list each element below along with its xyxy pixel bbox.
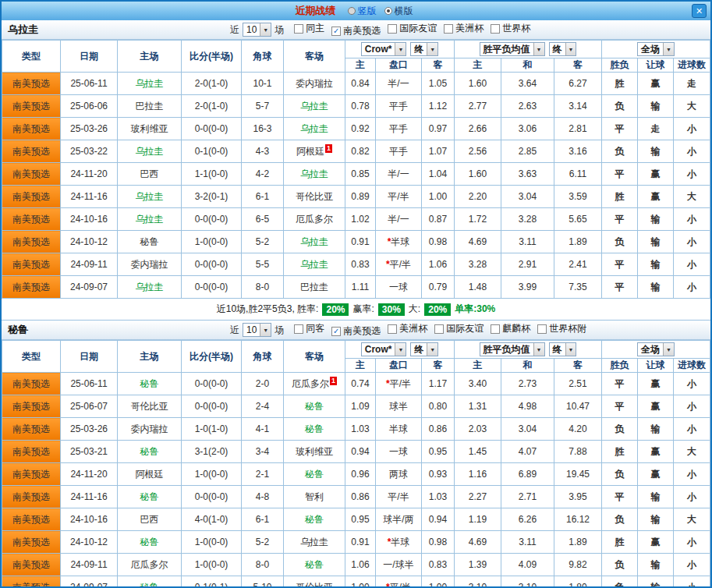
cell-handicap-result: 输 <box>638 554 674 576</box>
team-name: 乌拉圭 <box>8 23 38 37</box>
match-row: 南美预选24-10-12秘鲁1-0(0-0)5-2乌拉圭0.91*半球0.984… <box>2 231 710 253</box>
layout-option-label: 竖版 <box>358 5 377 18</box>
col-home: 主场 <box>118 341 182 373</box>
cell-corners: 16-3 <box>242 118 284 140</box>
cell-score: 0-1(0-1) <box>182 576 242 588</box>
cell-europe-away-odds: 7.35 <box>554 276 602 299</box>
cell-europe-away-odds: 1.89 <box>554 231 602 253</box>
cell-europe-away-odds: 7.88 <box>554 441 602 463</box>
layout-option-horizontal[interactable]: 横版 <box>384 5 413 18</box>
cell-handicap-result: 赢 <box>638 441 674 463</box>
filter-checkbox[interactable]: 美洲杯 <box>388 322 427 335</box>
europe-final-select[interactable]: 终▼ <box>549 42 577 56</box>
cell-home-team: 乌拉圭 <box>118 276 182 299</box>
checkbox-icon <box>491 24 500 34</box>
cell-handicap: *平/半 <box>376 576 422 588</box>
cell-handicap-result: 输 <box>638 208 674 231</box>
cell-handicap: 半球 <box>376 418 422 441</box>
filter-checkbox[interactable]: 世界杯 <box>491 22 530 35</box>
cell-handicap: 平手 <box>376 118 422 140</box>
cell-away-team: 巴拉圭 <box>284 276 345 299</box>
cell-date: 24-10-12 <box>61 231 118 253</box>
cell-result: 平 <box>602 395 638 418</box>
cell-score: 1-0(0-0) <box>182 463 242 486</box>
cell-home-team: 乌拉圭 <box>118 73 182 95</box>
cell-home-team: 厄瓜多尔 <box>118 554 182 576</box>
scope-select[interactable]: 全场▼ <box>637 342 675 356</box>
cell-asian-away-odds: 1.03 <box>422 486 455 508</box>
europe-final-select[interactable]: 终▼ <box>549 342 577 356</box>
cell-home-team: 巴西 <box>118 163 182 186</box>
chevron-down-icon: ▼ <box>395 43 406 55</box>
match-count-select[interactable]: 10▼ <box>243 23 271 37</box>
cell-handicap: 球半/两 <box>376 508 422 531</box>
cell-europe-away-odds: 10.47 <box>554 395 602 418</box>
col-asian-away: 客 <box>422 58 455 73</box>
asian-rate-badge: 30% <box>378 303 405 316</box>
cell-europe-draw-odds: 3.11 <box>501 531 554 554</box>
cell-result: 平 <box>602 486 638 508</box>
cell-away-team: 秘鲁 <box>284 463 345 486</box>
filters-bar: 近 10▼ 场 同主✓南美预选国际友谊美洲杯世界杯 <box>230 20 530 39</box>
match-row: 南美预选24-09-11委内瑞拉0-0(0-0)5-5乌拉圭0.83*平/半1.… <box>2 253 710 276</box>
bookmaker-select[interactable]: Crow*▼ <box>361 42 407 56</box>
filter-checkbox-label: 南美预选 <box>343 324 381 338</box>
filter-checkbox[interactable]: ✓南美预选 <box>331 24 381 37</box>
match-count-select[interactable]: 10▼ <box>243 323 271 337</box>
cell-europe-draw-odds: 3.04 <box>501 186 554 208</box>
cell-corners: 4-8 <box>242 486 284 508</box>
cell-asian-home-odds: 0.74 <box>345 373 376 395</box>
cell-goals-result: 小 <box>674 395 710 418</box>
match-row: 南美预选25-03-21秘鲁3-1(2-0)3-4玻利维亚0.94一球0.951… <box>2 441 710 463</box>
europe-mean-select[interactable]: 胜平负均值▼ <box>480 42 545 56</box>
cell-goals-result: 小 <box>674 118 710 140</box>
games-label: 场 <box>275 23 284 37</box>
europe-odds-controls: 胜平负均值▼ 终▼ <box>455 41 602 58</box>
cell-asian-away-odds: 1.17 <box>422 373 455 395</box>
europe-mean-select[interactable]: 胜平负均值▼ <box>480 342 545 356</box>
cell-asian-home-odds: 0.94 <box>345 441 376 463</box>
filter-checkbox[interactable]: 麒麟杯 <box>491 322 530 335</box>
filter-checkbox[interactable]: 同主 <box>294 22 324 35</box>
filter-checkbox-label: 南美预选 <box>343 24 381 37</box>
filter-checkbox[interactable]: 同客 <box>294 322 324 335</box>
cell-corners: 2-1 <box>242 463 284 486</box>
col-handicap-result: 让球 <box>638 359 674 373</box>
cell-corners: 6-5 <box>242 208 284 231</box>
cell-europe-away-odds: 9.82 <box>554 554 602 576</box>
col-type: 类型 <box>2 341 61 373</box>
cell-europe-draw-odds: 4.09 <box>501 554 554 576</box>
filter-checkbox[interactable]: 世界杯附 <box>537 322 586 335</box>
filter-checkbox[interactable]: 国际友谊 <box>388 22 437 35</box>
col-home: 主场 <box>118 41 182 73</box>
match-row: 南美预选24-11-16秘鲁0-0(0-0)4-8智利0.86平/半1.032.… <box>2 486 710 508</box>
bookmaker-select[interactable]: Crow*▼ <box>361 342 407 356</box>
cell-league: 南美预选 <box>2 140 61 163</box>
cell-home-team: 秘鲁 <box>118 373 182 395</box>
col-goals: 进球数 <box>674 359 710 373</box>
cell-goals-result: 小 <box>674 253 710 276</box>
scope-select[interactable]: 全场▼ <box>637 42 675 56</box>
cell-date: 25-03-26 <box>61 118 118 140</box>
cell-europe-home-odds: 3.40 <box>455 373 501 395</box>
cell-result: 负 <box>602 463 638 486</box>
col-europe-home: 主 <box>455 58 501 73</box>
cell-asian-away-odds: 0.83 <box>422 554 455 576</box>
filter-checkbox[interactable]: 美洲杯 <box>444 22 484 35</box>
col-away: 客场 <box>284 41 345 73</box>
match-row: 南美预选25-06-06巴拉圭2-0(1-0)5-7乌拉圭0.78平手1.122… <box>2 95 710 118</box>
col-result: 胜负 <box>602 359 638 373</box>
cell-handicap-result: 赢 <box>638 463 674 486</box>
cell-result: 负 <box>602 140 638 163</box>
cell-asian-home-odds: 1.06 <box>345 554 376 576</box>
cell-asian-away-odds: 0.94 <box>422 508 455 531</box>
asian-final-select[interactable]: 终▼ <box>410 42 438 56</box>
layout-option-vertical[interactable]: 竖版 <box>348 5 377 18</box>
close-button[interactable]: ✕ <box>692 4 707 18</box>
cell-handicap-result: 输 <box>638 253 674 276</box>
filter-checkbox[interactable]: 国际友谊 <box>434 322 484 335</box>
asian-final-select[interactable]: 终▼ <box>410 342 438 356</box>
cell-corners: 4-3 <box>242 140 284 163</box>
filter-checkbox[interactable]: ✓南美预选 <box>331 324 381 338</box>
cell-corners: 5-5 <box>242 253 284 276</box>
